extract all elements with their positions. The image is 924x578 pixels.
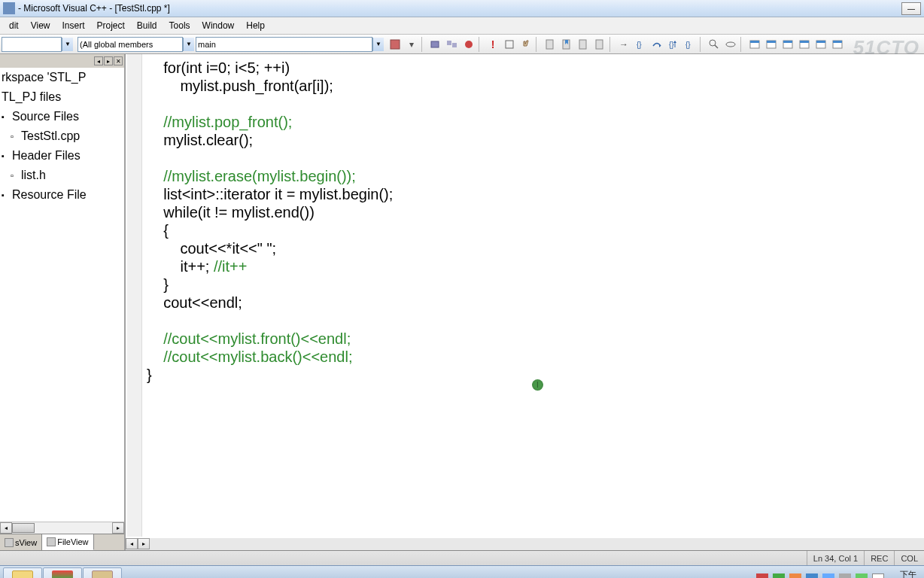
build-icon[interactable] (444, 36, 460, 53)
tool-icon[interactable] (387, 36, 403, 53)
menu-view[interactable]: View (25, 19, 56, 32)
tree-resource-folder[interactable]: ▪Resource File (0, 185, 124, 205)
step-over-icon[interactable] (649, 36, 665, 53)
step-out-icon[interactable]: {} (665, 36, 682, 53)
function-dropdown-arrow[interactable]: ▼ (372, 38, 384, 51)
tree-source-file[interactable]: ▫TestStl.cpp (0, 126, 124, 146)
taskbar-vc-button[interactable] (43, 567, 82, 579)
prev-bookmark-icon[interactable] (591, 36, 608, 53)
window-icon-3[interactable] (780, 36, 796, 53)
paint-icon (92, 570, 113, 579)
svg-rect-6 (506, 41, 513, 48)
sidebar-close-icon[interactable]: ✕ (114, 56, 123, 65)
tree-project[interactable]: TL_PJ files (0, 87, 124, 107)
taskbar-paint-button[interactable] (83, 567, 122, 579)
arrow-down-icon[interactable]: ▾ (403, 36, 420, 53)
tray-network-icon[interactable] (822, 573, 834, 579)
toggle-breakpoint-icon[interactable] (542, 36, 558, 53)
editor-scroll-right-icon[interactable]: ▸ (138, 538, 150, 549)
menu-window[interactable]: Window (196, 19, 241, 32)
window-buttons: — (901, 2, 921, 15)
svg-rect-2 (447, 41, 451, 45)
system-tray: 下午 2019/1/ (756, 570, 921, 579)
vc-icon (52, 570, 73, 579)
tray-icon-3[interactable] (789, 573, 801, 579)
svg-rect-28 (816, 41, 825, 43)
svg-rect-1 (431, 41, 439, 47)
exclamation-icon[interactable]: ! (485, 36, 501, 53)
editor-pane: for(int i=0; i<5; ++i) mylist.push_front… (126, 54, 924, 550)
main-area: ◂ ▸ ✕ rkspace 'STL_P TL_PJ files ▪Source… (0, 54, 924, 550)
sidebar-hscroll[interactable]: ◂ ▸ (0, 522, 124, 534)
menu-build[interactable]: Build (131, 19, 163, 32)
editor-scroll-left-icon[interactable]: ◂ (126, 538, 138, 549)
code-editor[interactable]: for(int i=0; i<5; ++i) mylist.push_front… (126, 54, 924, 538)
quickwatch-icon[interactable] (706, 36, 722, 53)
status-position: Ln 34, Col 1 (807, 551, 864, 565)
tab-fileview[interactable]: FileView (42, 534, 93, 550)
menu-insert[interactable]: Insert (56, 19, 90, 32)
cursor-indicator-icon: I (532, 379, 543, 391)
app-icon (3, 2, 15, 14)
tray-action-icon[interactable] (872, 573, 884, 579)
svg-text:{}: {} (669, 41, 674, 49)
scroll-left-icon[interactable]: ◂ (0, 522, 12, 534)
run-to-cursor-icon[interactable]: {} (682, 36, 698, 53)
right-arrow-icon[interactable]: → (615, 36, 632, 53)
window-icon-1[interactable] (746, 36, 763, 53)
sidebar-prev-icon[interactable]: ◂ (94, 56, 103, 65)
tray-icon-4[interactable] (806, 573, 818, 579)
windows-taskbar: 下午 2019/1/ (0, 565, 924, 578)
compile-icon[interactable] (427, 36, 444, 53)
tray-icon-2[interactable] (773, 573, 785, 579)
config-dropdown-arrow[interactable]: ▼ (62, 38, 73, 51)
window-icon-6[interactable] (829, 36, 846, 53)
window-title: - Microsoft Visual C++ - [TestStl.cpp *] (18, 3, 901, 14)
menu-project[interactable]: Project (91, 19, 131, 32)
scroll-thumb[interactable] (12, 523, 35, 533)
minimize-button[interactable]: — (901, 2, 921, 15)
tab-classview[interactable]: sView (0, 534, 42, 550)
folder-icon: ▪ (2, 185, 11, 205)
next-bookmark-icon[interactable] (575, 36, 591, 53)
svg-rect-26 (800, 41, 809, 43)
editor-hscroll[interactable]: ◂ ▸ (126, 538, 924, 550)
menu-tools[interactable]: Tools (163, 19, 196, 32)
menu-help[interactable]: Help (240, 19, 271, 32)
window-icon-5[interactable] (813, 36, 829, 53)
workspace-sidebar: ◂ ▸ ✕ rkspace 'STL_P TL_PJ files ▪Source… (0, 54, 126, 550)
fileview-icon (47, 537, 56, 546)
menu-edit[interactable]: dit (3, 19, 25, 32)
toolbar: ▼ (All global members ▼ main ▼ ▾ ! → {} … (0, 35, 924, 54)
function-dropdown[interactable]: main (196, 37, 372, 52)
status-bar: Ln 34, Col 1 REC COL (0, 550, 924, 565)
scope-dropdown[interactable]: (All global members (78, 37, 183, 52)
scope-dropdown-arrow[interactable]: ▼ (183, 38, 194, 51)
go-icon[interactable] (501, 36, 518, 53)
sidebar-next-icon[interactable]: ▸ (104, 56, 113, 65)
window-icon-2[interactable] (763, 36, 780, 53)
tray-clock[interactable]: 下午 2019/1/ (889, 570, 916, 579)
tray-icon-1[interactable] (756, 573, 768, 579)
svg-line-17 (715, 45, 718, 48)
taskbar-explorer-button[interactable] (3, 567, 42, 579)
tree-source-folder[interactable]: ▪Source Files (0, 107, 124, 126)
svg-rect-3 (452, 43, 457, 47)
window-icon-4[interactable] (796, 36, 813, 53)
scroll-right-icon[interactable]: ▸ (112, 522, 124, 534)
svg-rect-0 (391, 40, 400, 49)
watch-icon[interactable] (722, 36, 739, 53)
workspace-tree[interactable]: rkspace 'STL_P TL_PJ files ▪Source Files… (0, 68, 124, 522)
svg-rect-30 (833, 41, 842, 43)
tree-workspace[interactable]: rkspace 'STL_P (0, 68, 124, 87)
tree-header-folder[interactable]: ▪Header Files (0, 146, 124, 166)
hand-icon[interactable] (518, 36, 534, 53)
tree-header-file[interactable]: ▫list.h (0, 166, 124, 185)
stop-build-icon[interactable] (460, 36, 477, 53)
bookmark-icon[interactable] (558, 36, 575, 53)
config-dropdown[interactable] (2, 37, 62, 52)
step-into-icon[interactable]: {} (632, 36, 649, 53)
tray-battery-icon[interactable] (856, 573, 868, 579)
svg-text:!: ! (491, 38, 495, 50)
tray-volume-icon[interactable] (839, 573, 851, 579)
